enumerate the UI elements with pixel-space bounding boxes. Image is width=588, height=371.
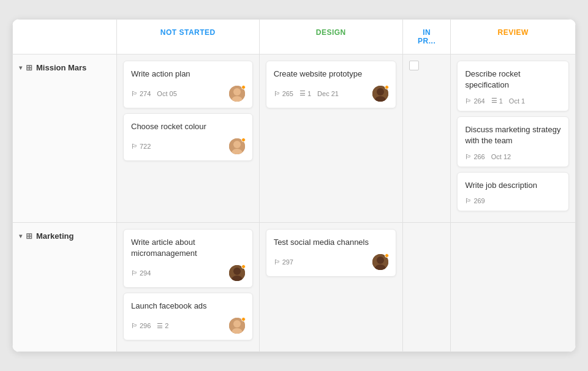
task-card[interactable]: Discuss marketing strategy with the team… <box>457 116 569 167</box>
urgency-indicator <box>385 253 389 258</box>
board-table: NOT STARTED DESIGN IN PR... REVIEW ▾⊞Mis… <box>12 19 576 353</box>
svg-point-16 <box>377 257 384 264</box>
header-in-progress: IN PR... <box>402 19 450 54</box>
task-icon: 🏳 <box>465 97 472 105</box>
subtask-item: ☰1 <box>491 97 503 105</box>
group-row: ▾⊞Mission MarsWrite action plan🏳274Oct 0… <box>13 54 576 222</box>
task-card[interactable]: Write article about micromanagement🏳294 <box>123 229 253 288</box>
date-item: Oct 1 <box>509 97 525 105</box>
not-started-cell: Write action plan🏳274Oct 05Choose rocket… <box>117 54 260 222</box>
group-name: Marketing <box>36 231 74 241</box>
task-id: 264 <box>473 97 484 105</box>
task-id-item: 🏳266 <box>465 153 484 160</box>
task-id: 274 <box>140 90 151 97</box>
task-icon: 🏳 <box>131 90 138 97</box>
design-cell: Create website prototype🏳265☰1Dec 21 <box>259 54 402 222</box>
card-meta: 🏳274Oct 05 <box>131 86 245 102</box>
task-card[interactable]: Test social media channels🏳297 <box>266 229 396 277</box>
urgency-indicator <box>241 85 246 89</box>
task-id: 296 <box>140 322 151 329</box>
date-item: Oct 05 <box>157 90 176 97</box>
urgency-indicator <box>241 138 246 142</box>
subtask-icon: ☰ <box>157 322 163 330</box>
card-meta-left: 🏳722 <box>131 143 151 150</box>
chevron-down-icon: ▾ <box>19 64 22 71</box>
task-id-item: 🏳274 <box>131 90 151 97</box>
subtask-icon: ☰ <box>491 97 497 105</box>
task-id-item: 🏳265 <box>274 90 293 97</box>
review-cell: Describe rocket specification🏳264☰1Oct 1… <box>451 54 576 222</box>
subtask-count: 1 <box>307 90 311 97</box>
group-label[interactable]: ▾⊞Mission Mars <box>19 63 110 72</box>
avatar <box>372 86 388 102</box>
date-item: Oct 12 <box>491 153 511 160</box>
card-meta-left: 🏳269 <box>465 197 484 204</box>
task-checkbox[interactable] <box>409 61 419 70</box>
task-card[interactable]: Choose rocket colour🏳722 <box>123 113 253 161</box>
card-meta-left: 🏳264☰1Oct 1 <box>465 97 525 105</box>
card-meta-left: 🏳296☰2 <box>131 322 168 330</box>
task-card[interactable]: Write action plan🏳274Oct 05 <box>123 61 253 108</box>
header-review: REVIEW <box>451 19 576 54</box>
card-meta-left: 🏳294 <box>131 269 151 277</box>
in-progress-cell <box>402 222 450 352</box>
card-meta: 🏳294 <box>131 265 245 281</box>
card-meta: 🏳722 <box>131 138 245 154</box>
group-cell: ▾⊞Marketing <box>13 222 117 352</box>
grid-icon: ⊞ <box>26 231 32 241</box>
task-id: 722 <box>140 143 151 150</box>
task-card[interactable]: Launch facebook ads🏳296☰2 <box>123 293 253 340</box>
subtask-item: ☰1 <box>300 89 311 97</box>
task-id-item: 🏳297 <box>274 258 293 266</box>
card-meta: 🏳265☰1Dec 21 <box>274 86 388 102</box>
card-title: Choose rocket colour <box>131 121 245 132</box>
card-title: Write article about micromanagement <box>131 237 245 259</box>
avatar <box>372 254 388 270</box>
task-id-item: 🏳294 <box>131 269 151 277</box>
card-title: Create website prototype <box>274 69 388 80</box>
task-icon: 🏳 <box>465 153 472 160</box>
header-row: NOT STARTED DESIGN IN PR... REVIEW <box>13 19 576 54</box>
task-id-item: 🏳296 <box>131 322 151 329</box>
kanban-board: NOT STARTED DESIGN IN PR... REVIEW ▾⊞Mis… <box>12 19 576 353</box>
task-card[interactable]: Write job description🏳269 <box>457 172 569 211</box>
card-title: Describe rocket specification <box>465 69 561 91</box>
task-icon: 🏳 <box>465 197 472 204</box>
task-card[interactable]: Describe rocket specification🏳264☰1Oct 1 <box>457 61 569 111</box>
group-label[interactable]: ▾⊞Marketing <box>19 231 110 241</box>
subtask-icon: ☰ <box>300 89 306 97</box>
urgency-indicator <box>241 264 246 269</box>
review-cell <box>451 222 576 352</box>
task-card[interactable]: Create website prototype🏳265☰1Dec 21 <box>266 61 396 108</box>
card-meta: 🏳296☰2 <box>131 318 245 334</box>
avatar <box>229 86 245 102</box>
card-title: Write action plan <box>131 69 245 80</box>
svg-point-1 <box>233 88 241 96</box>
group-name: Mission Mars <box>36 63 86 72</box>
subtask-count: 1 <box>499 97 503 105</box>
header-design: DESIGN <box>259 19 402 54</box>
urgency-indicator <box>385 85 389 89</box>
card-meta-left: 🏳266Oct 12 <box>465 153 511 160</box>
date-item: Dec 21 <box>317 90 339 97</box>
group-cell: ▾⊞Mission Mars <box>13 54 117 222</box>
card-meta: 🏳297 <box>274 254 388 270</box>
avatar <box>229 265 245 281</box>
task-icon: 🏳 <box>131 322 138 329</box>
card-title: Write job description <box>465 180 561 191</box>
task-icon: 🏳 <box>131 269 138 277</box>
svg-point-4 <box>233 141 241 148</box>
grid-icon: ⊞ <box>26 63 32 72</box>
svg-point-7 <box>377 88 384 96</box>
task-id: 269 <box>473 197 484 204</box>
task-icon: 🏳 <box>131 143 138 150</box>
svg-point-10 <box>233 268 241 275</box>
header-not-started: NOT STARTED <box>117 19 260 54</box>
task-icon: 🏳 <box>274 258 281 266</box>
card-meta: 🏳269 <box>465 197 561 204</box>
in-progress-cell <box>402 54 450 222</box>
urgency-indicator <box>241 317 246 321</box>
subtask-count: 2 <box>165 322 168 329</box>
card-title: Test social media channels <box>274 237 388 248</box>
card-title: Discuss marketing strategy with the team <box>465 124 561 146</box>
